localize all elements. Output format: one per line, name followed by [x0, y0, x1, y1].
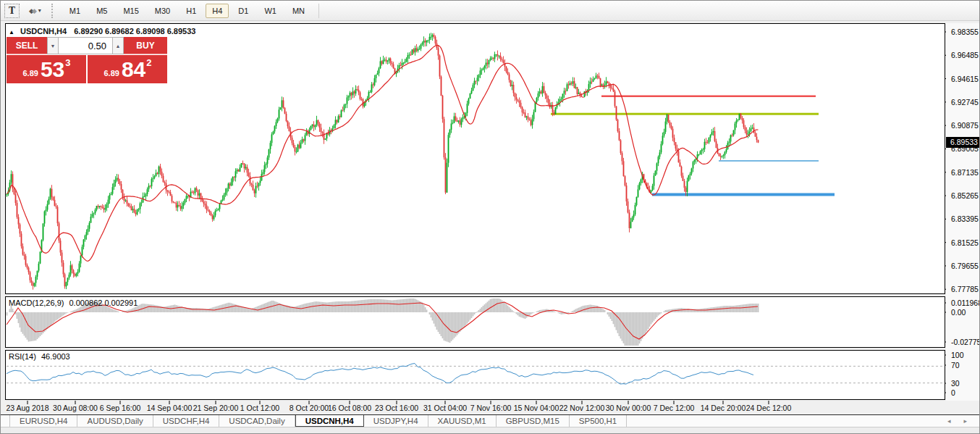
price-axis-label: 6.98355 — [951, 28, 979, 36]
date-axis-label: 24 Dec 12:00 — [746, 404, 791, 412]
date-axis-label: 16 Oct 08:00 — [328, 404, 371, 412]
one-click-trade-panel: SELL ▼ ▲ BUY 6.89 53 3 6.89 84 2 — [7, 37, 167, 83]
date-axis-label: 30 Aug 08:00 — [53, 404, 98, 412]
date-axis-label: 23 Oct 16:00 — [375, 404, 418, 412]
timeframe-button-m30[interactable]: M30 — [148, 4, 177, 18]
timeframe-toolbar: M1M5M15M30H1H4D1W1MN — [62, 4, 313, 18]
tab-scroll-right-icon[interactable]: ▸ — [957, 417, 973, 425]
rsi-axis-label: 70 — [951, 362, 960, 370]
chevron-down-icon: ▾ — [38, 7, 41, 14]
price-axis-label: 6.79655 — [951, 262, 979, 270]
price-axis-label: 6.96485 — [951, 51, 979, 59]
diamond-icon: ◆◆ — [29, 7, 35, 14]
macd-values: 0.000862 0.002991 — [69, 299, 138, 307]
chart-tab-gbpusd-m15[interactable]: GBPUSD,M15 — [497, 415, 570, 427]
rsi-name: RSI(14) — [9, 352, 36, 361]
rsi-axis-label: 0 — [951, 389, 955, 397]
chart-tab-bar: EURUSD,H4AUDUSD,DailyUSDCHF,H4USDCAD,Dai… — [1, 414, 980, 427]
date-axis-label: 7 Dec 12:00 — [654, 404, 695, 412]
tab-scroll-arrows: ◂ ▸ — [941, 415, 980, 427]
macd-name: MACD(12,26,9) — [9, 299, 64, 307]
rsi-panel — [5, 350, 945, 400]
date-axis-label: 30 Nov 00:00 — [606, 404, 651, 412]
chart-tab-usdchf-h4[interactable]: USDCHF,H4 — [153, 415, 220, 427]
timeframe-button-m1[interactable]: M1 — [63, 4, 87, 18]
tab-scroll-left-icon[interactable]: ◂ — [941, 417, 958, 425]
macd-label: MACD(12,26,9) 0.000862 0.002991 — [9, 299, 138, 307]
tabs-holder: EURUSD,H4AUDUSD,DailyUSDCHF,H4USDCAD,Dai… — [10, 415, 627, 427]
price-axis: 6.89533 6.983556.964856.946156.927456.90… — [946, 23, 980, 401]
timeframe-button-d1[interactable]: D1 — [232, 4, 255, 18]
chart-tab-xauusd-m1[interactable]: XAUUSD,M1 — [428, 415, 497, 427]
macd-panel — [5, 296, 945, 348]
rsi-label: RSI(14) 46.9003 — [9, 352, 70, 361]
price-axis-label: 6.83395 — [951, 215, 979, 223]
date-axis-label: 7 Nov 16:00 — [470, 404, 512, 412]
ask-price-big: 84 — [122, 57, 145, 82]
date-axis-label: 6 Sep 16:00 — [100, 404, 141, 412]
timeframe-button-m15[interactable]: M15 — [117, 4, 145, 18]
text-tool-button[interactable]: T — [4, 4, 20, 18]
chart-tab-sp500-h1[interactable]: SP500,H1 — [570, 415, 627, 427]
date-axis-label: 21 Sep 20:00 — [193, 404, 238, 412]
date-axis-label: 31 Oct 04:00 — [423, 404, 467, 412]
date-axis-label: 1 Oct 12:00 — [240, 404, 279, 412]
chart-symbol-label: USDCNH,H4 — [20, 27, 67, 36]
status-bar — [1, 427, 980, 434]
buy-button[interactable]: BUY — [124, 37, 167, 54]
rsi-axis-label: 30 — [951, 380, 960, 388]
mt4-window: T ◆◆ ▾ M1M5M15M30H1H4D1W1MN ▲ USDCNH,H4 … — [0, 0, 980, 434]
chart-tab-usdjpy-h4[interactable]: USDJPY,H4 — [364, 415, 428, 427]
bid-price-prefix: 6.89 — [22, 69, 38, 78]
volume-decrease-button[interactable]: ▼ — [47, 37, 59, 54]
timeframe-button-m5[interactable]: M5 — [90, 4, 114, 18]
chart-ohlc-values: 6.89290 6.89682 6.89098 6.89533 — [74, 27, 195, 36]
bid-price-pip: 3 — [65, 57, 70, 68]
date-axis-label: 22 Nov 12:00 — [559, 404, 604, 412]
timeframe-button-h1[interactable]: H1 — [179, 4, 203, 18]
price-axis-label: 6.90875 — [951, 122, 979, 130]
volume-input[interactable] — [59, 37, 112, 54]
timeframe-button-mn[interactable]: MN — [286, 4, 311, 18]
chart-tab-usdcad-daily[interactable]: USDCAD,Daily — [219, 415, 295, 427]
buy-price-button[interactable]: 6.89 84 2 — [88, 55, 167, 83]
timeframe-button-w1[interactable]: W1 — [258, 4, 283, 18]
price-axis-label: 6.85265 — [951, 192, 979, 200]
rsi-axis-label: 100 — [951, 351, 964, 359]
chart-title: ▲ USDCNH,H4 6.89290 6.89682 6.89098 6.89… — [9, 27, 195, 36]
date-axis-label: 15 Nov 04:00 — [514, 404, 559, 412]
sell-price-button[interactable]: 6.89 53 3 — [7, 55, 86, 83]
sell-button[interactable]: SELL — [7, 37, 47, 54]
date-axis-label: 14 Dec 20:00 — [701, 404, 745, 412]
chart-tab-audusd-daily[interactable]: AUDUSD,Daily — [77, 415, 153, 427]
date-axis-label: 8 Oct 20:00 — [290, 404, 329, 412]
price-axis-label: 6.94615 — [951, 75, 979, 83]
ask-price-pip: 2 — [146, 57, 151, 68]
macd-axis-label: -0.027758 — [951, 338, 980, 346]
price-axis-label: 6.92745 — [951, 99, 979, 107]
date-axis: 23 Aug 201830 Aug 08:006 Sep 16:0014 Sep… — [5, 401, 945, 414]
macd-axis-label: 0.011968 — [951, 299, 980, 307]
date-axis-label: 23 Aug 2018 — [7, 404, 49, 412]
toolbar: T ◆◆ ▾ M1M5M15M30H1H4D1W1MN — [1, 1, 979, 21]
arrows-tool-button[interactable]: ◆◆ ▾ — [29, 7, 41, 14]
ask-price-prefix: 6.89 — [104, 69, 119, 78]
chart-tab-usdcnh-h4[interactable]: USDCNH,H4 — [295, 415, 364, 427]
tab-bar-notch — [1, 415, 10, 427]
toolbar-grip — [51, 4, 55, 18]
toolbar-separator — [318, 4, 319, 18]
macd-axis-label: 0.00 — [951, 309, 966, 317]
price-axis-label: 6.77785 — [951, 285, 979, 293]
rsi-value: 46.9003 — [41, 352, 70, 361]
date-axis-label: 14 Sep 04:00 — [147, 404, 192, 412]
current-price-tag: 6.89533 — [946, 137, 980, 148]
volume-increase-button[interactable]: ▲ — [112, 37, 124, 54]
price-axis-label: 6.87135 — [951, 169, 979, 177]
bid-price-big: 53 — [41, 57, 64, 82]
chart-tab-eurusd-h4[interactable]: EURUSD,H4 — [10, 415, 77, 427]
timeframe-button-h4[interactable]: H4 — [206, 4, 229, 18]
collapse-icon[interactable]: ▲ — [9, 29, 14, 36]
price-axis-label: 6.81525 — [951, 239, 979, 247]
